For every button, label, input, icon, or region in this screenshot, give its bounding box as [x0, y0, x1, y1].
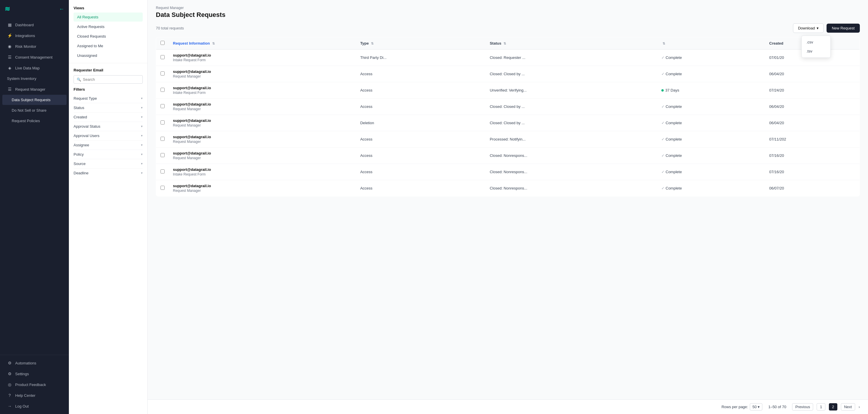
sidebar-item-live-data-map[interactable]: ◈Live Data Map: [2, 63, 66, 73]
sidebar-item-system-inventory[interactable]: System Inventory: [2, 73, 66, 84]
sidebar-item-do-not-sell[interactable]: Do Not Sell or Share: [2, 105, 66, 115]
sidebar-bottom-item-help-center[interactable]: ?Help Center: [2, 390, 66, 401]
view-item-closed-requests[interactable]: Closed Requests: [73, 32, 143, 41]
filter-chevron-deadline: ▾: [141, 171, 143, 175]
filter-item-source[interactable]: Source▾: [73, 159, 143, 169]
search-input[interactable]: [83, 77, 140, 82]
filter-item-policy[interactable]: Policy▾: [73, 150, 143, 159]
row-1-checkbox[interactable]: [160, 71, 165, 75]
sidebar-bottom-item-settings[interactable]: ⚙Settings: [2, 369, 66, 379]
next-page-button[interactable]: Next: [841, 403, 855, 411]
filter-item-deadline[interactable]: Deadline▾: [73, 169, 143, 178]
sidebar-item-request-policies[interactable]: Request Policies: [2, 116, 66, 126]
row-2-request-info: support@datagrail.ioIntake Request Form: [169, 82, 356, 99]
row-2-completion: 37 Days: [657, 82, 765, 99]
breadcrumb: Request Manager: [156, 6, 860, 10]
sidebar-item-consent-management[interactable]: ☰Consent Management: [2, 52, 66, 62]
row-6-checkbox[interactable]: [160, 153, 165, 157]
row-4-request-info: support@datagrail.ioRequest Manager: [169, 115, 356, 131]
filter-chevron-assignee: ▾: [141, 143, 143, 147]
status-label: Status: [490, 41, 501, 45]
row-3-completion: ✓Complete: [657, 99, 765, 115]
row-4-completion: ✓Complete: [657, 115, 765, 131]
new-request-button[interactable]: New Request: [827, 24, 860, 33]
main-header: Request Manager Data Subject Requests: [148, 0, 868, 23]
sidebar-bottom-item-product-feedback[interactable]: ◎Product Feedback: [2, 379, 66, 390]
table-row[interactable]: support@datagrail.ioRequest ManagerAcces…: [156, 147, 860, 164]
table-row[interactable]: support@datagrail.ioRequest ManagerAcces…: [156, 180, 860, 197]
automations-icon: ⚙: [7, 360, 12, 365]
view-item-all-requests[interactable]: All Requests: [73, 12, 143, 22]
view-item-assigned-to-me[interactable]: Assigned to Me: [73, 41, 143, 50]
row-5-source: Request Manager: [173, 140, 352, 144]
sidebar-bottom-item-log-out[interactable]: →Log Out: [2, 401, 66, 411]
filter-chevron-approval-users: ▾: [141, 134, 143, 138]
sidebar-bottom: ⚙Automations⚙Settings◎Product Feedback?H…: [0, 355, 69, 414]
page-1-button[interactable]: 1: [817, 403, 825, 411]
rows-per-page-select[interactable]: 50 ▾: [750, 403, 762, 411]
status-sort-icon[interactable]: ⇅: [503, 42, 506, 45]
row-7-checkbox-cell: [156, 164, 169, 180]
row-6-checkbox-cell: [156, 147, 169, 164]
table-row[interactable]: support@datagrail.ioIntake Request FormA…: [156, 164, 860, 180]
row-5-checkbox[interactable]: [160, 137, 165, 141]
filter-item-request-type[interactable]: Request Type▾: [73, 94, 143, 103]
view-item-active-requests[interactable]: Active Requests: [73, 22, 143, 31]
sidebar-item-dashboard[interactable]: ▦Dashboard: [2, 20, 66, 30]
download-dropdown: .csv .tsv: [802, 36, 831, 58]
tsv-option[interactable]: .tsv: [802, 47, 830, 56]
sidebar: ≋ ← ▦Dashboard⚡Integrations◉Risk Monitor…: [0, 0, 69, 414]
back-arrow-icon[interactable]: ←: [59, 6, 64, 12]
filter-item-approval-status[interactable]: Approval Status▾: [73, 122, 143, 131]
sidebar-item-integrations[interactable]: ⚡Integrations: [2, 30, 66, 41]
row-6-request-info: support@datagrail.ioRequest Manager: [169, 147, 356, 164]
sidebar-bottom-item-automations[interactable]: ⚙Automations: [2, 358, 66, 368]
consent-management-icon: ☰: [7, 55, 12, 60]
prev-page-button[interactable]: Previous: [792, 403, 813, 411]
filter-label-deadline: Deadline: [73, 171, 88, 175]
row-4-checkbox-cell: [156, 115, 169, 131]
table-row[interactable]: support@datagrail.ioRequest ManagerAcces…: [156, 131, 860, 147]
sidebar-item-data-subject-requests[interactable]: Data Subject Requests: [2, 95, 66, 105]
row-6-type: Access: [356, 147, 486, 164]
row-1-request-info: support@datagrail.ioRequest Manager: [169, 66, 356, 82]
row-7-checkbox[interactable]: [160, 169, 165, 173]
row-3-checkbox[interactable]: [160, 104, 165, 108]
filter-item-approval-users[interactable]: Approval Users▾: [73, 131, 143, 141]
filter-item-status[interactable]: Status▾: [73, 103, 143, 112]
row-8-completion: ✓Complete: [657, 180, 765, 197]
table-row[interactable]: support@datagrail.ioRequest ManagerAcces…: [156, 99, 860, 115]
row-2-email: support@datagrail.io: [173, 86, 352, 90]
download-button[interactable]: Download ▾: [793, 23, 824, 33]
type-sort-icon[interactable]: ⇅: [371, 42, 374, 45]
row-8-checkbox[interactable]: [160, 186, 165, 190]
table-row[interactable]: support@datagrail.ioRequest ManagerAcces…: [156, 66, 860, 82]
search-box[interactable]: 🔍: [73, 75, 143, 84]
row-0-completion: ✓Complete: [657, 49, 765, 66]
filter-item-assignee[interactable]: Assignee▾: [73, 141, 143, 150]
sidebar-item-risk-monitor[interactable]: ◉Risk Monitor: [2, 41, 66, 51]
select-all-checkbox[interactable]: [160, 41, 165, 45]
row-2-checkbox[interactable]: [160, 88, 165, 92]
filter-item-created[interactable]: Created▾: [73, 112, 143, 122]
request-info-sort-icon[interactable]: ⇅: [212, 42, 215, 45]
download-label: Download: [798, 26, 815, 30]
csv-option[interactable]: .csv: [802, 38, 830, 47]
row-0-checkbox[interactable]: [160, 55, 165, 59]
table-header-completion: ⇅: [657, 37, 765, 49]
sidebar-item-request-manager[interactable]: ☰Request Manager: [2, 84, 66, 95]
table-row[interactable]: support@datagrail.ioIntake Request FormA…: [156, 82, 860, 99]
table-row[interactable]: support@datagrail.ioRequest ManagerDelet…: [156, 115, 860, 131]
row-0-request-info: support@datagrail.ioIntake Request Form: [169, 49, 356, 66]
row-6-source: Request Manager: [173, 156, 352, 160]
table-row[interactable]: support@datagrail.ioIntake Request FormT…: [156, 49, 860, 66]
view-item-unassigned[interactable]: Unassigned: [73, 51, 143, 60]
table-header-checkbox: [156, 37, 169, 49]
completion-sort-icon[interactable]: ⇅: [662, 42, 665, 45]
row-4-source: Request Manager: [173, 123, 352, 128]
row-4-checkbox[interactable]: [160, 120, 165, 125]
filter-label-approval-status: Approval Status: [73, 124, 100, 129]
page-2-button[interactable]: 2: [829, 403, 837, 411]
row-2-type: Access: [356, 82, 486, 99]
check-icon: ✓: [661, 153, 664, 158]
